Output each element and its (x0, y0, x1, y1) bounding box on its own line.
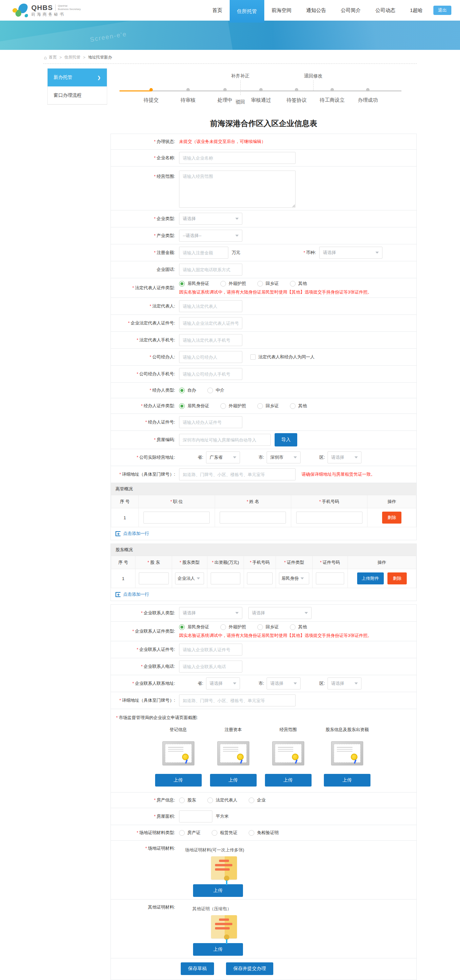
row-legal-cert-type: *法定代表人证件类型: 居民身份证 外籍护照 回乡证 其他 因实名验证系统调试中… (110, 278, 417, 298)
province-select[interactable]: 广东省 (206, 452, 240, 463)
radio-self-handle[interactable]: 自办 (179, 387, 196, 393)
company-type-select[interactable]: 请选择 (179, 213, 242, 225)
nav-residence-hosting[interactable]: 住所托管 (230, 0, 264, 22)
radio-foreign-passport[interactable]: 外籍护照 (220, 403, 246, 409)
radio-other[interactable]: 其他 (290, 403, 307, 409)
shareholder-name-input[interactable] (139, 573, 168, 584)
landline-label: 企业固话: (157, 267, 175, 272)
chevron-down-icon (294, 457, 297, 458)
nav-home[interactable]: 首页 (205, 0, 230, 21)
district-select[interactable]: 请选择 (327, 678, 361, 689)
radio-lease-voucher[interactable]: 租赁凭证 (212, 830, 237, 836)
reg-amount-input[interactable] (179, 247, 228, 259)
upload-button[interactable]: 上传 (324, 774, 371, 786)
radio-resident-id[interactable]: 居民身份证 (179, 624, 209, 630)
shareholder-cert-no-input[interactable] (316, 573, 344, 584)
radio-resident-id[interactable]: 居民身份证 (179, 280, 209, 286)
agent-cert-no-input[interactable] (179, 416, 242, 428)
sidebar-item-window-process[interactable]: 窗口办理流程 (48, 86, 107, 104)
radio-enterprise[interactable]: 企业 (249, 797, 266, 803)
radio-legal-representative[interactable]: 法定代表人 (208, 797, 237, 803)
city-select[interactable]: 深圳市 (267, 452, 300, 463)
contact-type-select-2[interactable]: 请选择 (248, 607, 311, 619)
contact-detail-address-input[interactable] (179, 694, 295, 706)
row-agent-cert-type: *经办人证件类型: 居民身份证 外籍护照 回乡证 其他 (110, 398, 417, 414)
shareholder-amount-input[interactable] (211, 573, 240, 584)
executive-position-input[interactable] (144, 512, 210, 523)
house-code-input[interactable] (179, 434, 271, 446)
delete-row-button[interactable]: 删除 (382, 512, 401, 523)
banner-watermark: Screen-e'e (89, 30, 127, 43)
import-button[interactable]: 导入 (275, 433, 297, 447)
logout-button[interactable]: 退出 (433, 6, 451, 15)
radio-foreign-passport[interactable]: 外籍护照 (220, 280, 246, 286)
legal-mobile-input[interactable] (179, 334, 242, 346)
col-mobile: *手机号码 (244, 556, 276, 569)
agent-mobile-input[interactable] (179, 368, 242, 380)
industry-type-select[interactable]: --请选择-- (179, 230, 242, 242)
radio-home-return-permit[interactable]: 回乡证 (257, 403, 279, 409)
shareholders-section: 股东概况 序 号 *股 东 *股东类型 *出资额(万元) *手机号码 *证件类型… (110, 544, 417, 601)
business-scope-textarea[interactable] (179, 170, 295, 208)
executive-mobile-input[interactable] (296, 512, 363, 523)
contact-cert-no-input[interactable] (179, 644, 242, 655)
province-select[interactable]: 请选择 (206, 678, 240, 689)
agent-name-input[interactable] (179, 351, 242, 363)
same-person-checkbox[interactable] (250, 354, 256, 360)
upload-attachment-button[interactable]: 上传附件 (357, 573, 384, 584)
province-label: 省: (198, 681, 203, 686)
add-shareholder-row-link[interactable]: + 点击添加一行 (111, 588, 416, 601)
company-name-input[interactable] (179, 152, 295, 164)
radio-inspection-free-cert[interactable]: 免检验证明 (249, 830, 279, 836)
landline-input[interactable] (179, 264, 242, 275)
breadcrumb-home[interactable]: 首页 (49, 54, 57, 60)
currency-select[interactable]: 请选择 (319, 247, 382, 259)
radio-intermediary[interactable]: 中介 (208, 387, 224, 393)
nav-qianhai-space[interactable]: 前海空间 (264, 0, 299, 21)
add-executive-row-link[interactable]: + 点击添加一行 (111, 527, 416, 540)
legal-name-input[interactable] (179, 300, 242, 312)
detail-address-input[interactable] (179, 468, 295, 480)
executive-name-input[interactable] (220, 512, 286, 523)
sidebar-item-new-hosting[interactable]: 新办托管 ❯ (48, 68, 107, 86)
nav-company-news[interactable]: 公司动态 (368, 0, 403, 21)
radio-home-return-permit[interactable]: 回乡证 (257, 624, 279, 630)
city-select[interactable]: 请选择 (267, 678, 300, 689)
contact-cert-no-label: 企业联系人证件号: (139, 647, 175, 652)
delete-row-button[interactable]: 删除 (387, 573, 407, 584)
shareholder-cert-type-select[interactable]: 居民身份 (279, 573, 309, 584)
add-row-icon: + (115, 531, 120, 536)
screenshots-label: 市场监督管理局的企业设立申请页面截图: (119, 715, 198, 720)
breadcrumb-level1[interactable]: 住所托管 (64, 54, 80, 60)
legal-cert-no-input[interactable] (179, 317, 242, 329)
radio-property-cert[interactable]: 房产证 (179, 830, 200, 836)
radio-other[interactable]: 其他 (290, 280, 307, 286)
save-draft-button[interactable]: 保存草稿 (181, 963, 214, 975)
contact-phone-input[interactable] (179, 660, 242, 673)
radio-shareholder[interactable]: 股东 (179, 797, 196, 803)
shareholder-mobile-input[interactable] (247, 573, 273, 584)
contact-type-select-1[interactable]: 请选择 (179, 607, 242, 619)
upload-button[interactable]: 上传 (210, 774, 257, 786)
house-area-input[interactable] (179, 810, 212, 822)
upload-button[interactable]: 上传 (193, 884, 243, 897)
site-logo: QHBS QianHai Business Secretary 前海商务秘书 (13, 3, 81, 17)
upload-button[interactable]: 上传 (155, 774, 202, 786)
row-landline: 企业固话: (110, 261, 417, 278)
site-cert-hint: 场地证明材料(可一次上传多张) (185, 847, 244, 853)
radio-other[interactable]: 其他 (290, 624, 307, 630)
progress-stepper: 补齐补正 驳回 退回修改 待提交 待审核 处理中 审核通过 待签协议 待工商设立… (110, 70, 417, 112)
upload-button[interactable]: 上传 (193, 943, 243, 956)
district-select[interactable]: 请选择 (327, 452, 361, 463)
radio-home-return-permit[interactable]: 回乡证 (257, 280, 279, 286)
contact-detail-address-label: 详细地址（具体至门牌号）: (122, 698, 175, 703)
nav-username[interactable]: 1超哈 (403, 0, 430, 21)
radio-resident-id[interactable]: 居民身份证 (179, 403, 209, 409)
upload-button[interactable]: 上传 (265, 774, 311, 786)
hero-banner: Screen-e'e (0, 21, 460, 50)
save-and-submit-button[interactable]: 保存并提交办理 (226, 963, 273, 975)
shareholder-type-select[interactable]: 企业法人 (175, 573, 204, 584)
radio-foreign-passport[interactable]: 外籍护照 (220, 624, 246, 630)
nav-notices[interactable]: 通知公告 (299, 0, 334, 21)
nav-company-profile[interactable]: 公司简介 (334, 0, 368, 21)
